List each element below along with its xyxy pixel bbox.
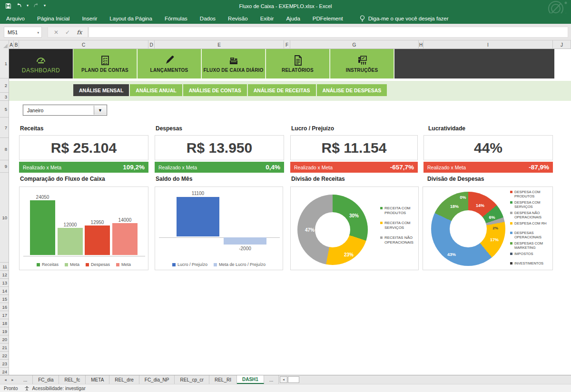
row-header[interactable]: 24 — [0, 368, 9, 375]
name-box-caret-icon[interactable]: ▾ — [37, 31, 39, 35]
row-header[interactable]: 10 — [0, 173, 9, 263]
sheet-tab-rel-dre[interactable]: REL_dre — [109, 375, 139, 384]
row-header[interactable]: 2 — [0, 78, 9, 93]
sheet-tab-fc-dia[interactable]: FC_dia — [33, 375, 59, 384]
kpi-title-lucro: Lucro / Prejuízo — [291, 125, 334, 132]
horizontal-scrollbar[interactable]: ◄ — [280, 376, 299, 383]
col-header-i[interactable]: I — [423, 40, 553, 49]
dropdown-arrow-icon[interactable]: ▼ — [94, 106, 106, 115]
menu-dados[interactable]: Dados — [194, 13, 222, 24]
select-all-corner[interactable] — [0, 40, 9, 49]
row-header[interactable]: 3 — [0, 93, 9, 101]
tab-analise-de-receitas[interactable]: ANÁLISE DE RECEITAS — [248, 84, 316, 96]
col-header-d[interactable]: D — [148, 40, 155, 49]
row-header[interactable]: 19 — [0, 327, 9, 335]
menu-layout-da-pagina[interactable]: Layout da Página — [103, 13, 158, 24]
chart-divisao-de-despesas[interactable]: 14% 6% 2% 17% 43% 18% 0% DESPESA COM PRO… — [423, 186, 553, 270]
row-header[interactable]: 5 — [0, 101, 9, 118]
legend-swatch — [510, 242, 512, 245]
row-header[interactable]: 13 — [0, 279, 9, 287]
month-dropdown[interactable]: Janeiro ▼ — [23, 105, 107, 116]
row-header[interactable]: 15 — [0, 295, 9, 303]
sheet-tab-fc-dia-np[interactable]: FC_dia_NP — [139, 375, 175, 384]
document-title: Fluxo de Caixa - EXEMPLO.xlsx - Excel — [0, 3, 571, 9]
sheet-tab-meta[interactable]: META — [86, 375, 109, 384]
scroll-left-icon[interactable]: ◄ — [280, 376, 287, 383]
cancel-icon[interactable]: ✕ — [54, 29, 59, 36]
row-header[interactable]: 21 — [0, 343, 9, 352]
tab-analise-anual[interactable]: ANÁLISE ANUAL — [130, 84, 182, 96]
row-header[interactable]: 1 — [0, 49, 9, 78]
row-header[interactable]: 8 — [0, 138, 9, 160]
tab-analise-mensal[interactable]: ANÁLISE MENSAL — [73, 84, 129, 96]
nav-plano-de-contas-button[interactable]: PLANO DE CONTAS — [73, 49, 137, 78]
menu-inserir[interactable]: Inserir — [76, 13, 103, 24]
slice-label: 14% — [476, 203, 484, 208]
legend-swatch — [65, 263, 68, 266]
menu-pagina-inicial[interactable]: Página Inicial — [31, 13, 76, 24]
accessibility-status[interactable]: Acessibilidade: investigar — [24, 386, 85, 391]
menu-formulas[interactable]: Fórmulas — [158, 13, 194, 24]
nav-dashboard-button[interactable]: DASHBOARD — [9, 49, 73, 78]
row-header[interactable]: 23 — [0, 360, 9, 368]
sheet-tab-rel-cp-cr[interactable]: REL_cp_cr — [175, 375, 209, 384]
row-header[interactable]: 16 — [0, 303, 9, 311]
sheet-prev-icon[interactable]: ◄ — [4, 378, 7, 382]
row-header[interactable]: 12 — [0, 271, 9, 279]
sheet-tab-rel-ri[interactable]: REL_RI — [209, 375, 237, 384]
row-header[interactable]: 18 — [0, 319, 9, 327]
kpi-meta-lucro: Realizado x Meta-657,7% — [290, 162, 418, 173]
nav-fluxo-de-caixa-diario-button[interactable]: FLUXO DE CAIXA DIÁRIO — [202, 49, 266, 78]
nav-lancamentos-button[interactable]: LANÇAMENTOS — [138, 49, 201, 78]
chart-fluxo-de-caixa[interactable]: 24050 12000 12950 14000 Receitas Meta De… — [19, 186, 148, 270]
slice-label: 23% — [344, 252, 354, 257]
menu-ajuda[interactable]: Ajuda — [280, 13, 306, 24]
nav-instrucoes-button[interactable]: INSTRUÇÕES — [330, 49, 394, 78]
row-header[interactable]: 9 — [0, 160, 9, 173]
row-header[interactable]: 11 — [0, 263, 9, 271]
row-header[interactable]: 14 — [0, 287, 9, 295]
col-header-g[interactable]: G — [290, 40, 419, 49]
tell-me-box[interactable]: Diga-me o que você deseja fazer — [360, 15, 449, 22]
slice-label: 43% — [447, 252, 456, 257]
col-header-a[interactable]: A — [9, 40, 14, 49]
col-header-c[interactable]: C — [19, 40, 148, 49]
enter-icon[interactable]: ✓ — [65, 29, 70, 36]
chart-divisao-de-receitas[interactable]: 30% 23% 47% RECEITA COM PRODUTOS RECEITA… — [290, 186, 419, 270]
tab-analise-de-despesas[interactable]: ANÁLISE DE DESPESAS — [317, 84, 387, 96]
sheet-tab-dash1[interactable]: DASH1 — [237, 375, 264, 384]
row-header[interactable]: 7 — [0, 118, 9, 138]
col-header-b[interactable]: B — [14, 40, 19, 49]
sheet-overflow-left[interactable]: ... — [18, 375, 33, 384]
sheet-tab-rel-fc[interactable]: REL_fc — [59, 375, 86, 384]
col-header-e[interactable]: E — [155, 40, 284, 49]
donut-hole — [315, 212, 350, 247]
row-header[interactable]: 17 — [0, 311, 9, 319]
navbar-filler — [394, 49, 554, 78]
insert-function-icon[interactable]: fx — [77, 29, 82, 36]
row-header[interactable]: 22 — [0, 352, 9, 360]
nav-relatorios-button[interactable]: RELATÓRIOS — [266, 49, 330, 78]
scrollbar-thumb[interactable] — [288, 376, 299, 383]
col-header-h[interactable]: H — [419, 40, 423, 49]
sheet-next-icon[interactable]: ► — [11, 378, 14, 382]
menu-pdfelement[interactable]: PDFelement — [306, 13, 349, 24]
kpi-meta-despesas: Realizado x Meta0,4% — [155, 162, 284, 173]
chart-title-despesas: Divisão de Despesas — [427, 176, 484, 182]
kpi-value-lucro: R$ 11.154 — [290, 135, 418, 160]
menu-exibir[interactable]: Exibir — [254, 13, 280, 24]
tab-analise-de-contas[interactable]: ANÁLISE DE CONTAS — [183, 84, 247, 96]
legend-swatch — [116, 263, 119, 266]
sheet-overflow-right[interactable]: ... — [264, 375, 279, 384]
col-header-f[interactable]: F — [284, 40, 290, 49]
bar-data-label: 14000 — [112, 217, 138, 223]
row-header[interactable]: 20 — [0, 335, 9, 343]
menu-arquivo[interactable]: Arquivo — [0, 13, 31, 24]
formula-input[interactable] — [89, 27, 568, 38]
bar-receitas — [30, 200, 55, 255]
chart-saldo-do-mes[interactable]: 11100 -2000 Lucro / Prejuízo Meta de Luc… — [155, 186, 283, 270]
menu-revisao[interactable]: Revisão — [222, 13, 254, 24]
col-header-j[interactable]: J — [553, 40, 571, 49]
report-icon — [292, 55, 304, 66]
name-box[interactable]: M51 ▾ — [4, 27, 42, 38]
